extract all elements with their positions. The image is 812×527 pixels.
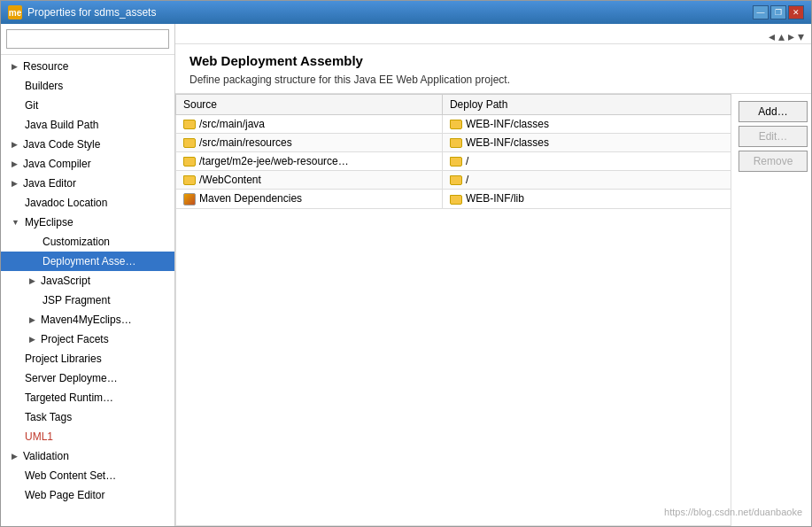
sidebar-item-label: Java Compiler (23, 156, 91, 172)
deploy-text: / (466, 174, 468, 186)
deploy-cell: WEB-INF/lib (442, 190, 731, 209)
folder-icon (450, 195, 462, 205)
deploy-text: WEB-INF/lib (466, 192, 524, 205)
expand-icon: ▶ (12, 448, 18, 464)
sidebar-item-java-build-path[interactable]: Java Build Path (1, 115, 174, 135)
deploy-cell: WEB-INF/classes (442, 115, 731, 134)
sidebar-item-maven4myeclipse[interactable]: ▶Maven4MyEclips… (1, 310, 174, 329)
deploy-column-header: Deploy Path (442, 95, 731, 115)
watermark: https://blog.csdn.net/duanbaoke (664, 507, 802, 517)
menu-arrow[interactable]: ▾ (798, 29, 804, 43)
deploy-cell: WEB-INF/classes (442, 134, 731, 152)
forward-arrow[interactable]: ▸ (788, 29, 794, 43)
table-row[interactable]: Maven DependenciesWEB-INF/lib (176, 190, 731, 209)
sidebar-item-label: Java Editor (23, 175, 76, 191)
table-row[interactable]: /src/main/resourcesWEB-INF/classes (176, 134, 731, 152)
app-icon: me (8, 5, 22, 19)
folder-icon (183, 157, 196, 167)
sidebar-item-deployment-assembly[interactable]: Deployment Asse… (1, 252, 174, 271)
expand-icon: ▶ (29, 273, 35, 289)
panel-body: Source Deploy Path /src/main/javaWEB-INF… (175, 94, 811, 526)
sidebar-item-targeted-runtime[interactable]: Targeted Runtim… (1, 388, 174, 407)
main-panel: ◂ ▴ ▸ ▾ Web Deployment Assembly Define p… (175, 24, 811, 526)
folder-icon (450, 120, 462, 129)
sidebar-item-javadoc-location[interactable]: Javadoc Location (1, 193, 174, 213)
sidebar-item-task-tags[interactable]: Task Tags (1, 407, 174, 427)
source-cell: /src/main/java (176, 115, 443, 134)
sidebar-item-validation[interactable]: ▶Validation (1, 446, 174, 466)
source-cell: Maven Dependencies (176, 190, 443, 209)
sidebar-item-project-libraries[interactable]: Project Libraries (1, 349, 174, 368)
table-row[interactable]: /target/m2e-jee/web-resource…/ (176, 152, 731, 171)
sidebar-item-customization[interactable]: Customization (1, 232, 174, 252)
source-text: /src/main/java (199, 118, 265, 130)
sidebar-item-server-deployment[interactable]: Server Deployme… (1, 368, 174, 388)
sidebar-item-java-editor[interactable]: ▶Java Editor (1, 174, 174, 193)
folder-icon (183, 175, 196, 185)
sidebar-item-label: Java Code Style (23, 136, 100, 152)
sidebar-item-label: Validation (23, 448, 69, 464)
folder-icon (450, 157, 462, 167)
sidebar-item-label: Project Libraries (25, 351, 102, 367)
folder-icon (183, 120, 196, 129)
maximize-button[interactable]: ❐ (770, 5, 786, 19)
sidebar-item-label: Web Content Set… (25, 468, 116, 484)
sidebar-item-builders[interactable]: Builders (1, 76, 174, 96)
back-arrow[interactable]: ◂ (769, 29, 775, 43)
deploy-cell: / (442, 171, 731, 190)
sidebar-item-myeclipse[interactable]: ▼MyEclipse (1, 213, 174, 232)
edit-button[interactable]: Edit… (739, 126, 808, 147)
expand-icon: ▼ (12, 214, 19, 230)
sidebar-item-label: Resource (23, 58, 68, 74)
deployment-table: Source Deploy Path /src/main/javaWEB-INF… (175, 94, 731, 209)
sidebar-item-project-facets[interactable]: ▶Project Facets (1, 329, 174, 349)
sidebar-item-label: Customization (43, 234, 110, 250)
sidebar-item-web-page-editor[interactable]: Web Page Editor (1, 485, 174, 505)
sidebar-item-label: Server Deployme… (25, 370, 118, 386)
table-row[interactable]: /WebContent/ (176, 171, 731, 190)
sidebar-item-javascript[interactable]: ▶JavaScript (1, 271, 174, 291)
sidebar-item-label: Java Build Path (25, 117, 98, 133)
sidebar-item-label: Web Page Editor (25, 487, 105, 503)
source-text: /target/m2e-jee/web-resource… (199, 155, 349, 167)
panel-description: Define packaging structure for this Java… (189, 74, 797, 86)
sidebar-item-label: Task Tags (25, 409, 72, 425)
remove-button[interactable]: Remove (739, 151, 808, 172)
add-button[interactable]: Add… (739, 101, 808, 122)
sidebar-item-label: Project Facets (41, 331, 109, 347)
sidebar-item-label: Targeted Runtim… (25, 390, 113, 406)
sidebar-item-label: Maven4MyEclips… (41, 312, 132, 328)
expand-icon: ▶ (12, 136, 18, 152)
folder-icon (450, 175, 462, 185)
source-text: Maven Dependencies (199, 192, 302, 205)
sidebar-item-java-compiler[interactable]: ▶Java Compiler (1, 154, 174, 174)
sidebar-item-git[interactable]: Git (1, 96, 174, 115)
expand-icon: ▶ (12, 156, 18, 172)
table-row[interactable]: /src/main/javaWEB-INF/classes (176, 115, 731, 134)
search-input[interactable] (6, 29, 169, 49)
source-cell: /src/main/resources (176, 134, 443, 152)
sidebar-item-resource[interactable]: ▶Resource (1, 57, 174, 76)
folder-icon (450, 138, 462, 148)
deploy-text: / (466, 155, 468, 167)
sidebar: ▶ResourceBuildersGitJava Build Path▶Java… (1, 24, 175, 526)
sidebar-item-java-code-style[interactable]: ▶Java Code Style (1, 135, 174, 154)
deploy-text: WEB-INF/classes (466, 118, 549, 130)
sidebar-item-jsp-fragment[interactable]: JSP Fragment (1, 291, 174, 310)
folder-icon (183, 138, 196, 148)
expand-icon: ▶ (29, 312, 35, 328)
deploy-text: WEB-INF/classes (466, 136, 549, 149)
expand-icon: ▶ (12, 58, 18, 74)
sidebar-tree: ▶ResourceBuildersGitJava Build Path▶Java… (1, 55, 174, 526)
down-arrow[interactable]: ▴ (778, 29, 785, 43)
panel-title: Web Deployment Assembly (189, 53, 797, 68)
close-button[interactable]: ✕ (788, 5, 804, 19)
table-area: Source Deploy Path /src/main/javaWEB-INF… (175, 94, 731, 526)
sidebar-item-uml1[interactable]: UML1 (1, 427, 174, 446)
sidebar-item-web-content-settings[interactable]: Web Content Set… (1, 466, 174, 485)
source-cell: /WebContent (176, 171, 443, 190)
sidebar-item-label: UML1 (25, 429, 53, 445)
deploy-cell: / (442, 152, 731, 171)
minimize-button[interactable]: — (753, 5, 769, 19)
sidebar-item-label: MyEclipse (25, 214, 73, 230)
